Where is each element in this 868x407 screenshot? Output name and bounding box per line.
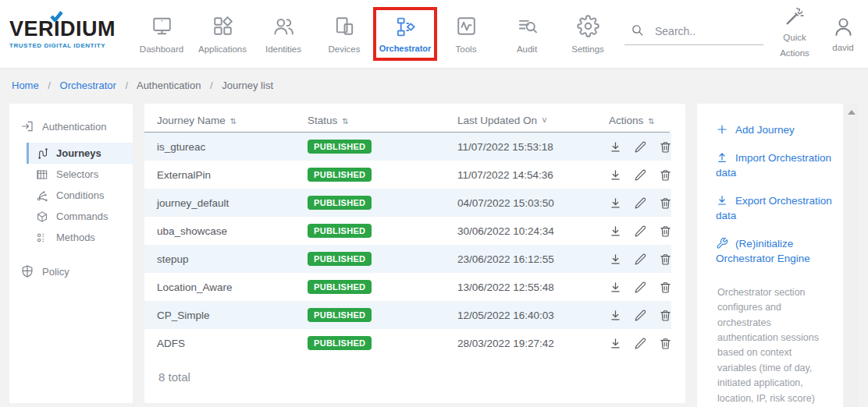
nav-item-identities[interactable]: Identities [253, 0, 314, 69]
download-icon[interactable] [609, 225, 622, 238]
tools-icon [455, 15, 478, 37]
action-label: (Re)initialize Orchestrator Engine [716, 238, 810, 265]
nav-item-applications[interactable]: Applications [192, 0, 253, 69]
nav-label: Tools [456, 44, 477, 54]
sidebar-item-conditions[interactable]: Conditions [27, 185, 133, 206]
magic-wand-icon [784, 6, 805, 27]
action-label: Export Orchestration data [716, 195, 832, 222]
download-icon[interactable] [609, 253, 622, 266]
logo-checkmark-icon [50, 11, 63, 22]
nav-item-audit[interactable]: Audit [496, 0, 557, 69]
download-icon[interactable] [609, 140, 622, 154]
import-orchestration-button[interactable]: Import Orchestration data [716, 150, 832, 181]
column-last-updated[interactable]: Last Updated On˅ [457, 115, 609, 126]
breadcrumb-authentication: Authentication [137, 80, 201, 91]
download-icon[interactable] [609, 196, 622, 210]
action-label: Add Journey [735, 124, 795, 136]
sort-desc-icon: ˅ [542, 115, 547, 126]
identities-icon [272, 15, 295, 37]
breadcrumb-home[interactable]: Home [12, 80, 39, 91]
journey-name: ExternalPin [157, 169, 308, 181]
sidebar-item-selectors[interactable]: Selectors [27, 164, 133, 185]
edit-icon[interactable] [634, 140, 647, 154]
table-row: CP_Simple PUBLISHED 12/05/2022 16:40:03 [144, 301, 671, 329]
edit-icon[interactable] [634, 337, 647, 350]
highlight-red-box: Orchestrator [373, 7, 438, 61]
delete-icon[interactable] [659, 196, 672, 210]
sort-both-icon: ⇅ [648, 117, 654, 126]
sidebar-label: Conditions [56, 189, 104, 201]
nav-item-devices[interactable]: Devices [314, 0, 375, 69]
last-updated: 11/07/2022 15:53:18 [457, 141, 609, 153]
delete-icon[interactable] [659, 309, 672, 322]
scroll-up-icon[interactable] [848, 110, 856, 115]
right-action-panel: Add Journey Import Orchestration data Ex… [697, 104, 843, 407]
logo-wordmark: VERIDIUM [9, 19, 120, 40]
journey-name: ADFS [157, 338, 308, 349]
delete-icon[interactable] [659, 253, 672, 266]
delete-icon[interactable] [659, 337, 672, 350]
sidebar-item-journeys[interactable]: Journeys [27, 143, 133, 164]
sort-both-icon: ⇅ [230, 117, 237, 126]
applications-icon [212, 15, 234, 37]
delete-icon[interactable] [659, 140, 672, 154]
delete-icon[interactable] [659, 168, 672, 182]
quick-actions-label: Quick Actions [777, 30, 813, 61]
status-badge: PUBLISHED [308, 224, 372, 238]
nav-item-tools[interactable]: Tools [436, 0, 496, 69]
download-icon[interactable] [609, 309, 622, 322]
edit-icon[interactable] [634, 281, 647, 294]
sidebar-item-policy[interactable]: Policy [9, 258, 133, 285]
download-icon[interactable] [609, 337, 622, 350]
column-actions[interactable]: Actions⇅ [609, 115, 670, 126]
nav-item-orchestrator[interactable]: Orchestrator [375, 0, 436, 69]
export-orchestration-button[interactable]: Export Orchestration data [716, 193, 832, 224]
column-label: Last Updated On [457, 115, 537, 126]
column-label: Status [308, 115, 337, 126]
edit-icon[interactable] [634, 196, 647, 210]
nav-item-settings[interactable]: Settings [557, 0, 618, 69]
quick-actions-button[interactable]: Quick Actions [771, 6, 818, 61]
sidebar-label: Journeys [56, 147, 101, 159]
breadcrumb-orchestrator[interactable]: Orchestrator [60, 80, 116, 91]
edit-icon[interactable] [634, 168, 647, 182]
table-row: journey_default PUBLISHED 04/07/2022 15:… [144, 189, 671, 217]
user-menu[interactable]: david [821, 16, 865, 52]
status-badge: PUBLISHED [308, 168, 372, 182]
breadcrumb-journey-list: Journey list [222, 80, 273, 91]
journey-table-card: Journey Name⇅ Status⇅ Last Updated On˅ A… [144, 104, 685, 403]
table-row: ADFS PUBLISHED 28/03/2022 19:27:42 [144, 329, 671, 357]
sidebar-item-authentication[interactable]: Authentication [9, 113, 133, 140]
edit-icon[interactable] [634, 225, 647, 238]
sidebar-sub-menu: Journeys Selectors Conditions Commands M… [27, 143, 133, 248]
search-input[interactable] [655, 25, 749, 37]
conditions-icon [36, 189, 48, 202]
nav-item-dashboard[interactable]: Dashboard [131, 0, 192, 69]
edit-icon[interactable] [634, 309, 647, 322]
status-badge: PUBLISHED [308, 336, 372, 350]
delete-icon[interactable] [659, 225, 672, 238]
add-journey-button[interactable]: Add Journey [716, 122, 832, 138]
breadcrumb-separator: / [125, 80, 128, 91]
column-status[interactable]: Status⇅ [308, 115, 457, 126]
delete-icon[interactable] [659, 281, 672, 294]
column-label: Actions [609, 115, 643, 126]
sidebar-item-commands[interactable]: Commands [27, 206, 133, 227]
audit-icon [516, 15, 539, 37]
vertical-scrollbar[interactable] [845, 104, 859, 407]
sidebar-item-methods[interactable]: Methods [27, 227, 133, 248]
edit-icon[interactable] [634, 253, 647, 266]
main-nav: Dashboard Applications Identities Device… [131, 0, 618, 69]
column-journey-name[interactable]: Journey Name⇅ [157, 115, 308, 126]
table-row: uba_showcase PUBLISHED 30/06/2022 10:24:… [144, 217, 671, 245]
journey-name: uba_showcase [157, 225, 308, 237]
download-icon[interactable] [609, 168, 622, 182]
download-icon[interactable] [609, 281, 622, 294]
journeys-icon [36, 147, 48, 160]
nav-label: Audit [517, 44, 537, 54]
nav-label: Devices [329, 44, 361, 54]
sidebar-label: Commands [56, 211, 108, 222]
orchestrator-description: Orchestrator section configures and orch… [717, 285, 832, 407]
orchestrator-icon [394, 16, 417, 38]
reinitialize-engine-button[interactable]: (Re)initialize Orchestrator Engine [716, 236, 832, 267]
